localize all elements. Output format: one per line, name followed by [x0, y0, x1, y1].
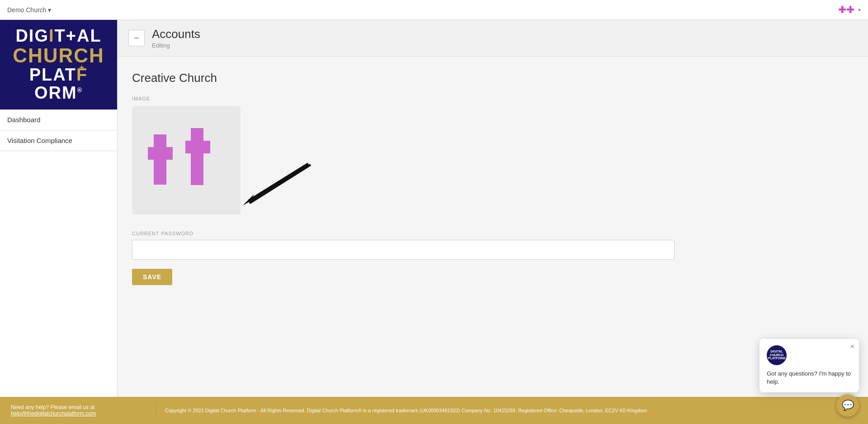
sidebar-item-dashboard[interactable]: Dashboard: [0, 110, 117, 130]
sidebar-nav: Dashboard Visitation Compliance: [0, 110, 117, 397]
svg-rect-5: [191, 153, 203, 185]
chat-avatar-text: DIGITAL CHURCH PLATFORM: [768, 350, 785, 360]
page-content: Creative Church IMAGE: [118, 57, 868, 397]
current-password-input[interactable]: [132, 240, 675, 260]
arrow-annotation: [241, 160, 313, 216]
back-button[interactable]: −: [128, 30, 145, 46]
sidebar-logo: DIGIT+AL CHURCH PLATF+ORM®: [0, 20, 117, 110]
svg-rect-3: [191, 128, 203, 141]
page-title-block: Accounts Editing: [152, 27, 200, 49]
chat-widget: × DIGITAL CHURCH PLATFORM Got any questi…: [760, 339, 859, 392]
church-name-topbar: Demo Church: [7, 6, 46, 14]
image-label: IMAGE: [132, 96, 854, 101]
topbar-right-dropdown[interactable]: ▾: [858, 7, 861, 13]
app-wrapper: Demo Church ▾ ✚✚ ▾ DIGIT+AL CHURCH PLATF…: [0, 0, 868, 424]
password-section: CURRENT PASSWORD: [132, 231, 854, 260]
logo-line2: CHURCH: [7, 45, 110, 66]
sidebar: DIGIT+AL CHURCH PLATF+ORM® Dashboard Vis…: [0, 20, 118, 397]
cross-logo-svg: [146, 122, 227, 199]
chat-bubble-icon: 💬: [842, 400, 854, 411]
chat-avatar: DIGITAL CHURCH PLATFORM: [767, 345, 787, 365]
page-header: − Accounts Editing: [118, 20, 868, 57]
footer: Need any help? Please email us at help@t…: [0, 397, 868, 424]
church-image-container[interactable]: [132, 106, 241, 214]
footer-right: Copyright © 2022 Digital Church Platform…: [165, 407, 857, 414]
cross-icon-topbar[interactable]: ✚✚: [838, 4, 854, 16]
church-title: Creative Church: [132, 71, 854, 85]
svg-line-8: [249, 164, 308, 201]
footer-left: Need any help? Please email us at help@t…: [11, 404, 146, 417]
svg-rect-0: [154, 134, 166, 147]
svg-marker-9: [243, 194, 258, 205]
top-bar: Demo Church ▾ ✚✚ ▾: [0, 0, 868, 20]
svg-line-7: [250, 165, 311, 203]
main-layout: DIGIT+AL CHURCH PLATF+ORM® Dashboard Vis…: [0, 20, 868, 397]
page-subtitle: Editing: [152, 42, 200, 49]
footer-help-email[interactable]: help@thedigitalchurchplatform.com: [11, 410, 96, 417]
svg-rect-1: [148, 147, 173, 160]
image-section: [132, 106, 241, 220]
svg-rect-4: [185, 141, 210, 153]
topbar-right: ✚✚ ▾: [838, 4, 861, 16]
content-area: − Accounts Editing Creative Church IMAGE: [118, 20, 868, 397]
topbar-dropdown-arrow[interactable]: ▾: [48, 6, 51, 14]
footer-divider: [156, 403, 156, 418]
logo-line1: DIGIT+AL: [7, 27, 110, 45]
chat-bubble-button[interactable]: 💬: [836, 394, 859, 417]
chat-close-button[interactable]: ×: [850, 343, 854, 351]
logo-line3: PLATF+ORM®: [7, 66, 110, 102]
footer-help-text: Need any help? Please email us at: [11, 404, 94, 410]
save-button[interactable]: SAVE: [132, 269, 172, 285]
chat-message: Got any questions? I'm happy to help.: [767, 370, 852, 386]
chat-header-row: DIGITAL CHURCH PLATFORM: [767, 345, 852, 370]
page-title: Accounts: [152, 27, 200, 41]
sidebar-item-visitation-compliance[interactable]: Visitation Compliance: [0, 130, 117, 151]
svg-rect-2: [154, 160, 166, 185]
password-label: CURRENT PASSWORD: [132, 231, 854, 236]
